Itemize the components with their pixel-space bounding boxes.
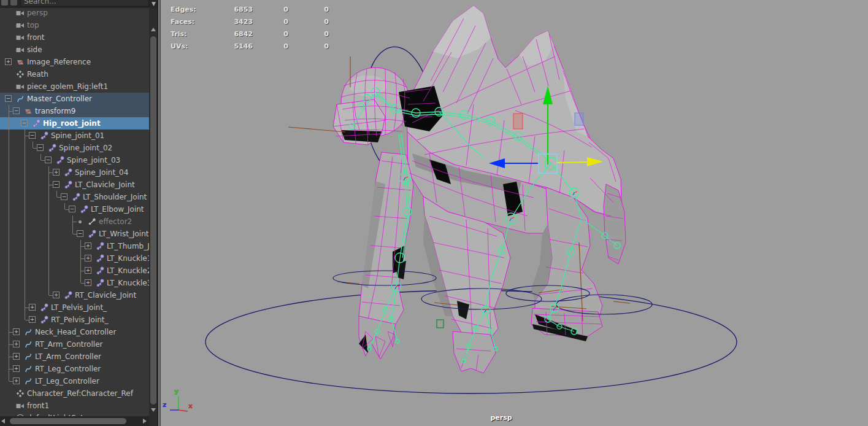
vertical-scrollbar[interactable] [149, 8, 158, 416]
filter-icon[interactable] [1, 0, 8, 6]
expand-toggle[interactable]: + [53, 169, 60, 176]
outliner-item-spine-joint-04[interactable]: +Spine_Joint_04 [0, 166, 149, 179]
outliner-item-label: Master_Controller [27, 93, 92, 105]
outliner-item-persp[interactable]: persp [0, 7, 149, 19]
expand-toggle[interactable]: + [53, 292, 60, 298]
expand-toggle[interactable]: + [85, 242, 91, 249]
perspective-viewport[interactable]: Edges: 6853 0 0 Faces: 3423 0 0 Tris: 68… [161, 0, 868, 426]
outliner-item-effector2[interactable]: effector2 [0, 215, 149, 228]
expand-toggle[interactable]: + [85, 255, 91, 261]
outliner-item-reath[interactable]: Reath [0, 68, 149, 80]
collapse-toggle[interactable]: − [21, 120, 28, 126]
outliner-item-label: LT_Pelvis_Joint_ [51, 301, 107, 314]
hud-label: Tris: [171, 30, 186, 38]
tree-guide [48, 289, 49, 295]
outliner-item-spine-joint-03[interactable]: −Spine_joint_03 [0, 154, 149, 166]
expand-toggle[interactable]: + [85, 267, 91, 274]
outliner-item-rt-pelvis-joint-[interactable]: +RT_Pelvis_Joint_ [0, 314, 149, 326]
outliner-item-lt-shoulder-joint[interactable]: −LT_Shoulder_Joint [0, 191, 149, 203]
characterset-icon [16, 70, 25, 79]
outliner-item-rt-leg-controller[interactable]: +RT_Leg_Controller [0, 363, 149, 375]
tree-guide [48, 252, 49, 265]
outliner-item-neck-head-controller[interactable]: +Neck_Head_Controller [0, 326, 149, 338]
outliner-item-piece-golem-rig-left1[interactable]: piece_golem_Rig:left1 [0, 80, 149, 93]
hud-row-edges: Edges: 6853 0 0 [171, 6, 355, 15]
chevron-down-icon[interactable]: ▼ [152, 1, 156, 7]
outliner-item-spine-joint-01[interactable]: −Spine_joint_01 [0, 130, 149, 142]
outliner-item-image-reference[interactable]: +Image_Reference [0, 56, 149, 68]
outliner-item-master-controller[interactable]: −Master_Controller [0, 93, 149, 105]
tree-guide [9, 179, 9, 191]
outliner-item-lt-leg-controller[interactable]: +LT_Leg_Controller [0, 375, 149, 387]
joint-icon [64, 168, 72, 177]
outliner-item-lt-knuckle2-01[interactable]: +LT_Knuckle2_01 [0, 265, 149, 277]
reference-icon [24, 107, 33, 115]
outliner-item-lt-knuckle3-01[interactable]: +LT_Knuckle3_01 [0, 277, 149, 289]
outliner-filter-icons[interactable] [1, 0, 20, 6]
collapse-toggle[interactable]: − [45, 157, 52, 163]
outliner-item-label: LT_Elbow_Joint [91, 203, 144, 215]
outliner-item-hip-root-joint[interactable]: −Hip_root_joint [0, 117, 149, 130]
collapse-toggle[interactable]: − [5, 95, 12, 102]
collapse-toggle[interactable]: − [29, 132, 36, 139]
outliner-item-lt-knuckle1-01[interactable]: +LT_Knuckle1_01 [0, 252, 149, 265]
collapse-toggle[interactable]: − [13, 107, 20, 114]
joint-icon [40, 316, 48, 324]
expand-toggle[interactable]: + [13, 353, 20, 360]
collapse-toggle[interactable]: − [37, 144, 44, 151]
outliner-item-lt-pelvis-joint-[interactable]: +LT_Pelvis_Joint_ [0, 301, 149, 314]
tree-guide [25, 252, 25, 265]
collapse-toggle[interactable]: − [69, 206, 75, 212]
outliner-item-defaultlightset[interactable]: defaultLightSet [0, 412, 149, 416]
expand-toggle[interactable]: + [13, 328, 20, 335]
expand-toggle[interactable]: + [29, 316, 36, 323]
expand-toggle[interactable]: + [13, 341, 20, 347]
horizontal-scrollbar[interactable] [0, 416, 149, 426]
outliner-item-lt-arm-controller[interactable]: +LT_Arm_Controller [0, 350, 149, 363]
curve-icon [24, 352, 33, 361]
curve-icon [24, 377, 33, 385]
outliner-item-lt-thumb-joint[interactable]: +LT_Thumb_Joint [0, 240, 149, 252]
scroll-right-icon[interactable] [143, 419, 147, 424]
search-input[interactable]: Search... [20, 0, 149, 7]
outliner-item-transform9[interactable]: −transform9 [0, 105, 149, 117]
expand-toggle[interactable]: + [29, 304, 36, 311]
hud-label: UVs: [171, 42, 188, 50]
tree-guide [48, 203, 49, 215]
horizontal-scroll-thumb[interactable] [10, 418, 126, 424]
expand-toggle[interactable]: + [13, 378, 20, 384]
scrollbar-corner [149, 416, 158, 426]
scroll-down-icon[interactable] [151, 408, 156, 412]
collapse-toggle[interactable]: − [61, 193, 67, 200]
tree-guide [25, 289, 25, 301]
camera-icon [16, 82, 25, 91]
tree-guide [9, 265, 9, 277]
outliner-item-side[interactable]: side [0, 44, 149, 56]
outliner-item-label: side [27, 44, 42, 56]
outliner-item-front[interactable]: front [0, 31, 149, 44]
outliner-item-character-ref-character-ref[interactable]: Character_Ref:Character_Ref [0, 387, 149, 400]
expand-toggle[interactable]: + [5, 58, 12, 65]
tree-guide [25, 215, 25, 228]
tree-guide [25, 314, 25, 320]
hud-value: 5146 [215, 42, 253, 50]
expand-toggle[interactable]: + [85, 279, 91, 286]
expand-toggle[interactable]: + [13, 365, 20, 372]
tree-guide [48, 228, 49, 240]
outliner-item-rt-arm-controller[interactable]: +RT_Arm_Controller [0, 338, 149, 350]
outliner-item-spine-joint-02[interactable]: −Spine_joint_02 [0, 142, 149, 154]
collapse-toggle[interactable]: − [53, 181, 60, 188]
vertical-scroll-thumb[interactable] [150, 36, 156, 405]
tree-guide [9, 301, 9, 314]
outliner-item-lt-elbow-joint[interactable]: −LT_Elbow_Joint [0, 203, 149, 215]
filter-icon-2[interactable] [10, 0, 17, 6]
outliner-item-top[interactable]: top [0, 19, 149, 31]
scroll-up-icon[interactable] [151, 28, 156, 31]
collapse-toggle[interactable]: − [77, 230, 83, 237]
outliner-item-lt-clavicle-joint[interactable]: −LT_Clavicle_Joint [0, 179, 149, 191]
outliner-item-rt-clavicle-joint[interactable]: +RT_Clavicle_Joint [0, 289, 149, 301]
tree-guide [9, 240, 9, 252]
scroll-left-icon[interactable] [1, 419, 5, 424]
outliner-item-lt-wrist-joint[interactable]: −LT_Wrist_Joint [0, 228, 149, 240]
outliner-item-front1[interactable]: front1 [0, 400, 149, 412]
